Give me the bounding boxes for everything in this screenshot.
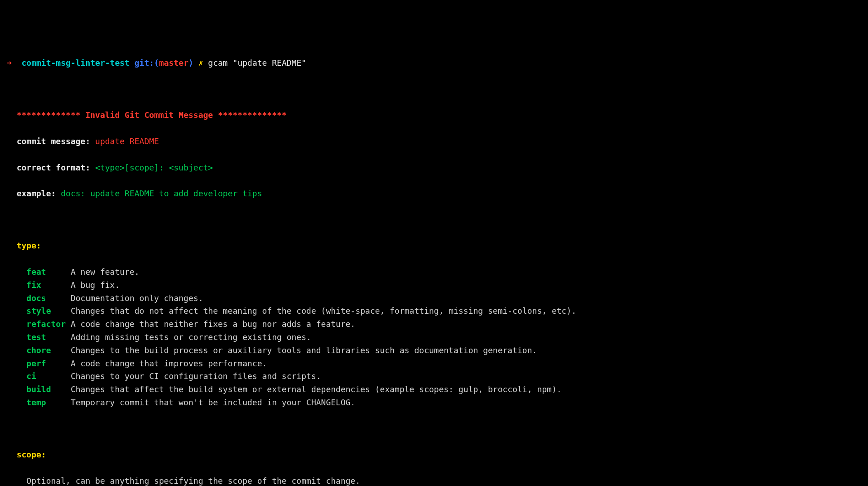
type-desc: Changes that do not affect the meaning o… bbox=[71, 306, 576, 316]
error-stars-prefix: ************* bbox=[17, 110, 86, 120]
error-title: Invalid Git Commit Message bbox=[85, 110, 213, 120]
type-key: test bbox=[26, 331, 71, 344]
type-key: build bbox=[26, 383, 71, 396]
commit-message-label: commit message: bbox=[17, 136, 91, 146]
type-desc: Changes that affect the build system or … bbox=[71, 384, 562, 394]
commit-message-value: update README bbox=[90, 136, 159, 146]
prompt-arrow-icon: ➜ bbox=[7, 58, 22, 68]
type-row: docsDocumentation only changes. bbox=[7, 292, 861, 305]
type-row: styleChanges that do not affect the mean… bbox=[7, 305, 861, 318]
type-key: perf bbox=[26, 357, 71, 370]
type-key: ci bbox=[26, 370, 71, 383]
type-key: docs bbox=[26, 292, 71, 305]
type-list: featA new feature.fixA bug fix.docsDocum… bbox=[7, 266, 861, 409]
type-row: featA new feature. bbox=[7, 266, 861, 279]
prompt-branch: master bbox=[159, 58, 188, 68]
example-label: example: bbox=[17, 189, 56, 198]
type-row: ciChanges to your CI configuration files… bbox=[7, 370, 861, 383]
prompt-git-label: git:( bbox=[130, 58, 159, 68]
type-row: fixA bug fix. bbox=[7, 279, 861, 292]
type-desc: A code change that neither fixes a bug n… bbox=[71, 319, 356, 329]
prompt-git-close: ) bbox=[188, 58, 193, 68]
correct-format-label: correct format: bbox=[17, 163, 91, 172]
type-key: fix bbox=[26, 279, 71, 292]
prompt-dir: commit-msg-linter-test bbox=[22, 58, 130, 68]
type-desc: Documentation only changes. bbox=[71, 293, 203, 303]
prompt-line[interactable]: ➜ commit-msg-linter-test git:(master) ✗ … bbox=[7, 57, 861, 70]
type-desc: A new feature. bbox=[71, 267, 140, 277]
type-row: tempTemporary commit that won't be inclu… bbox=[7, 396, 861, 409]
prompt-dirty-icon: ✗ bbox=[193, 58, 208, 68]
type-key: refactor bbox=[26, 318, 71, 331]
type-key: style bbox=[26, 305, 71, 318]
type-row: perfA code change that improves performa… bbox=[7, 357, 861, 370]
type-desc: Changes to your CI configuration files a… bbox=[71, 371, 321, 381]
type-desc: Temporary commit that won't be included … bbox=[71, 398, 356, 407]
type-row: choreChanges to the build process or aux… bbox=[7, 344, 861, 357]
error-stars-suffix: ************** bbox=[213, 110, 287, 120]
type-desc: Adding missing tests or correcting exist… bbox=[71, 332, 311, 342]
type-desc: Changes to the build process or auxiliar… bbox=[71, 345, 537, 355]
scope-list: Optional, can be anything specifying the… bbox=[7, 475, 861, 486]
type-desc: A code change that improves performance. bbox=[71, 359, 267, 368]
blank-line bbox=[7, 83, 861, 96]
scope-line: Optional, can be anything specifying the… bbox=[7, 475, 861, 486]
scope-header: scope: bbox=[7, 448, 861, 462]
example-line: example: docs: update README to add deve… bbox=[7, 187, 861, 200]
type-key: temp bbox=[26, 396, 71, 409]
type-row: buildChanges that affect the build syste… bbox=[7, 383, 861, 396]
type-row: testAdding missing tests or correcting e… bbox=[7, 331, 861, 344]
example-value: docs: update README to add developer tip… bbox=[56, 189, 262, 198]
type-key: feat bbox=[26, 266, 71, 279]
prompt-command: gcam "update README" bbox=[208, 58, 306, 68]
commit-message-line: commit message: update README bbox=[7, 135, 861, 148]
type-row: refactorA code change that neither fixes… bbox=[7, 318, 861, 331]
type-desc: A bug fix. bbox=[71, 280, 120, 290]
type-header: type: bbox=[7, 239, 861, 253]
blank-line bbox=[7, 214, 861, 227]
blank-line bbox=[7, 423, 861, 436]
correct-format-value: <type>[scope]: <subject> bbox=[90, 163, 213, 172]
type-key: chore bbox=[26, 344, 71, 357]
error-title-line: ************* Invalid Git Commit Message… bbox=[7, 109, 861, 122]
correct-format-line: correct format: <type>[scope]: <subject> bbox=[7, 161, 861, 175]
